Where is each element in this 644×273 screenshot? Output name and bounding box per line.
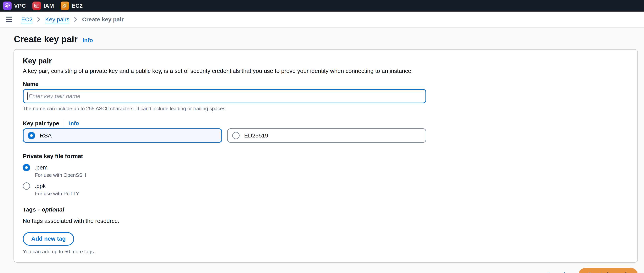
breadcrumb-link-key-pairs[interactable]: Key pairs — [45, 16, 69, 23]
file-format-option-ppk[interactable]: .ppk — [23, 182, 628, 190]
key-pair-type-info-link[interactable]: Info — [69, 120, 79, 126]
radio-selected-icon[interactable] — [23, 164, 30, 171]
key-pair-type-option-ed25519[interactable]: ED25519 — [227, 128, 426, 143]
key-pair-type-option-rsa[interactable]: RSA — [23, 128, 222, 143]
chevron-right-icon — [74, 17, 78, 22]
file-format-option-pem[interactable]: .pem — [23, 164, 628, 171]
key-pair-type-option-label: RSA — [40, 132, 52, 139]
file-format-label: Private key file format — [23, 153, 628, 160]
favorite-iam-label: IAM — [44, 3, 54, 9]
favorite-vpc-label: VPC — [14, 3, 26, 9]
tags-empty-text: No tags associated with the resource. — [23, 218, 628, 224]
breadcrumb: EC2 Key pairs Create key pair — [21, 16, 124, 23]
key-pair-form-card: Key pair A key pair, consisting of a pri… — [14, 49, 638, 263]
name-constraint-text: The name can include up to 255 ASCII cha… — [23, 106, 628, 111]
text-cursor — [28, 92, 28, 100]
favorite-vpc[interactable]: VPC — [3, 1, 29, 10]
chevron-right-icon — [37, 17, 40, 22]
name-field-label: Name — [23, 81, 628, 87]
vpc-service-icon — [3, 1, 12, 10]
favorite-ec2-label: EC2 — [72, 3, 83, 9]
create-key-pair-button[interactable]: Create key pair — [578, 268, 638, 273]
file-format-option-description: For use with PuTTY — [35, 191, 628, 197]
cancel-button[interactable]: Cancel — [546, 272, 565, 273]
key-pair-type-option-label: ED25519 — [244, 132, 268, 139]
key-pair-name-input[interactable] — [23, 89, 426, 103]
radio-unselected-icon[interactable] — [23, 182, 30, 190]
page-title: Create key pair — [14, 34, 78, 44]
favorites-bar: VPC IAM — [0, 0, 644, 11]
radio-unselected-icon[interactable] — [232, 132, 240, 139]
tags-limit-text: You can add up to 50 more tags. — [23, 249, 628, 255]
section-title: Key pair — [23, 57, 628, 65]
breadcrumb-link-ec2[interactable]: EC2 — [21, 16, 32, 23]
section-description: A key pair, consisting of a private key … — [23, 67, 628, 74]
breadcrumb-bar: EC2 Key pairs Create key pair — [0, 11, 644, 27]
label-divider — [64, 120, 64, 127]
page-info-link[interactable]: Info — [82, 37, 93, 43]
radio-selected-icon[interactable] — [28, 132, 35, 139]
breadcrumb-current: Create key pair — [82, 16, 124, 23]
main-content: Create key pair Info Key pair A key pair… — [0, 27, 644, 273]
file-format-option-label: .ppk — [35, 182, 46, 190]
file-format-option-description: For use with OpenSSH — [35, 172, 628, 178]
file-format-option-label: .pem — [35, 164, 48, 171]
hamburger-menu-icon[interactable] — [6, 16, 12, 22]
key-pair-type-label: Key pair type — [23, 120, 59, 127]
favorite-ec2[interactable]: EC2 — [60, 1, 86, 10]
tags-label: Tags — [23, 206, 36, 213]
ec2-service-icon — [60, 1, 69, 10]
favorite-iam[interactable]: IAM — [32, 1, 57, 10]
add-new-tag-button[interactable]: Add new tag — [23, 232, 74, 246]
iam-service-icon — [32, 1, 41, 10]
form-actions: Cancel Create key pair — [14, 268, 638, 273]
tags-optional-label: - optional — [38, 206, 64, 213]
